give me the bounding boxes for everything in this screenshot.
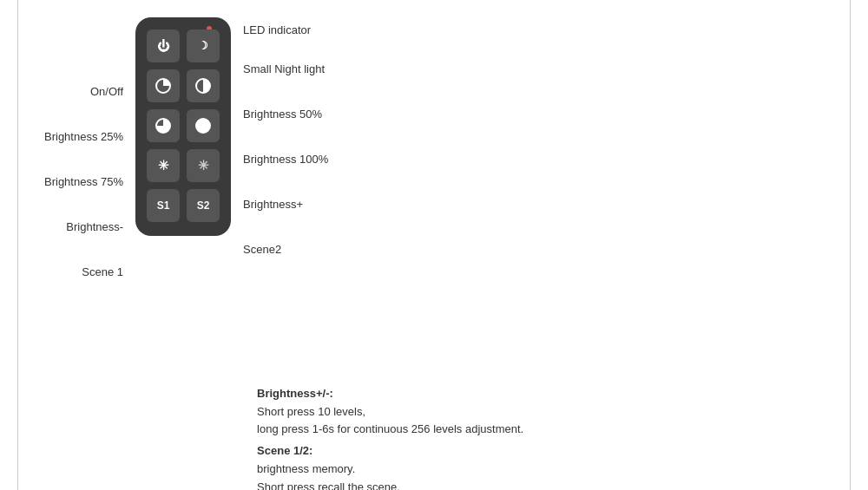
night-button[interactable] — [187, 29, 220, 62]
scene2-button[interactable]: S2 — [187, 189, 220, 222]
scene1-label: S1 — [157, 199, 170, 212]
notes-section: Brightness+/-: Short press 10 levels, lo… — [257, 385, 540, 490]
notes-scene-title: Scene 1/2: — [257, 442, 540, 461]
brightness-25-icon — [155, 78, 171, 94]
left-labels: On/Off Brightness 25% Brightness 75% Bri… — [44, 69, 135, 295]
label-on-off: On/Off — [90, 69, 123, 114]
brightness-100-icon — [195, 118, 211, 134]
night-icon — [198, 39, 208, 52]
brightness-50-icon — [195, 78, 211, 94]
notes-scene-line2: Short press recall the scene, — [257, 479, 540, 490]
remote-wrapper: S1 S2 — [135, 17, 231, 236]
label-brightness-minus: Brightness- — [66, 205, 123, 250]
brightness-75-button[interactable] — [147, 109, 180, 142]
button-row-5: S1 S2 — [146, 189, 220, 222]
label-brightness-100: Brightness 100% — [243, 137, 328, 182]
label-brightness-75: Brightness 75% — [44, 160, 123, 205]
right-labels: LED indicator Small Night light Brightne… — [231, 17, 540, 272]
notes-brightness-line2: long press 1-6s for continuous 256 level… — [257, 421, 540, 439]
button-row-3 — [146, 109, 220, 142]
remote: S1 S2 — [135, 17, 231, 236]
main-content: On/Off Brightness 25% Brightness 75% Bri… — [44, 17, 824, 490]
notes-scene-line1: brightness memory. — [257, 461, 540, 479]
label-brightness-plus: Brightness+ — [243, 182, 303, 227]
scene1-button[interactable]: S1 — [147, 189, 180, 222]
label-brightness-50: Brightness 50% — [243, 92, 322, 137]
brightness-25-button[interactable] — [147, 69, 180, 102]
brightness-plus-button[interactable] — [187, 149, 220, 182]
button-row-4 — [146, 149, 220, 182]
led-indicator-label: LED indicator — [243, 17, 311, 43]
brightness-minus-icon — [158, 158, 169, 173]
label-brightness-25: Brightness 25% — [44, 114, 123, 160]
scene2-label: S2 — [197, 199, 210, 212]
label-scene1: Scene 1 — [82, 250, 123, 295]
brightness-50-button[interactable] — [187, 69, 220, 102]
button-row-2 — [146, 69, 220, 102]
brightness-75-icon — [155, 118, 171, 134]
notes-brightness-title: Brightness+/-: — [257, 385, 540, 403]
power-icon — [157, 39, 169, 53]
main-container: R1 1 zone dimming remote On/Off Brightne… — [17, 0, 851, 490]
brightness-minus-button[interactable] — [147, 149, 180, 182]
brightness-100-button[interactable] — [187, 109, 220, 142]
button-row-1 — [146, 29, 220, 62]
notes-brightness-line1: Short press 10 levels, — [257, 403, 540, 421]
label-scene2: Scene2 — [243, 227, 281, 272]
power-button[interactable] — [147, 29, 180, 62]
right-area: LED indicator Small Night light Brightne… — [231, 17, 540, 490]
brightness-plus-icon — [198, 158, 209, 173]
label-night: Small Night light — [243, 47, 325, 92]
